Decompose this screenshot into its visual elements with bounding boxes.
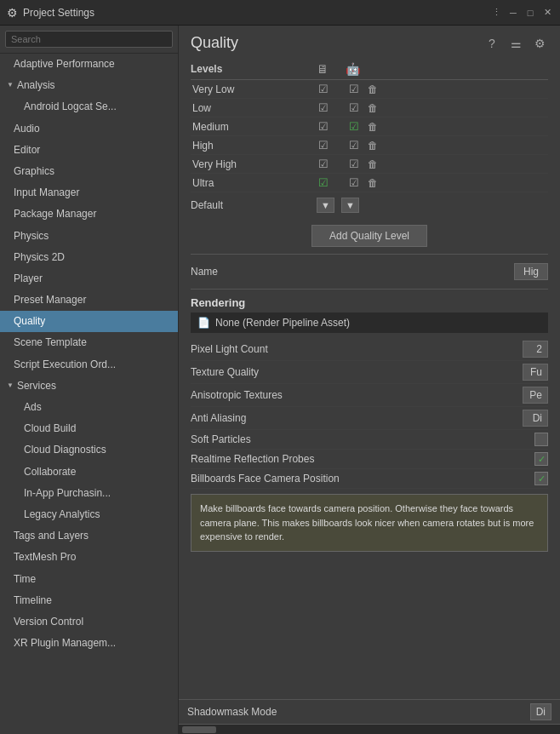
check-android-low: ☑	[347, 101, 361, 114]
prop-label-pixel-light: Pixel Light Count	[191, 343, 523, 355]
sidebar-item-physics[interactable]: Physics	[0, 226, 178, 247]
help-icon[interactable]: ?	[483, 35, 500, 52]
sidebar-item-script-execution[interactable]: Script Execution Ord...	[0, 354, 178, 376]
sidebar-search-container	[0, 26, 178, 54]
dropdown-arrow-pc: ▼	[321, 200, 330, 210]
check-android-very-low: ☑	[347, 83, 361, 95]
sidebar-item-textmesh-pro[interactable]: TextMesh Pro	[0, 547, 178, 568]
name-row: Name Hig	[191, 260, 548, 284]
quality-panel[interactable]: Levels 🖥 🤖 Very Low ☑ ☑ 🗑 Low	[179, 59, 560, 699]
check-android-very-high: ☑	[347, 158, 361, 170]
check-android-medium: ☑	[347, 120, 361, 133]
level-row-ultra[interactable]: Ultra ☑ ☑ 🗑	[191, 174, 548, 192]
sidebar-item-tags-and-layers[interactable]: Tags and Layers	[0, 525, 178, 547]
horizontal-scrollbar[interactable]	[179, 724, 560, 734]
sidebar-item-player[interactable]: Player	[0, 268, 178, 290]
sidebar-item-physics-2d[interactable]: Physics 2D	[0, 247, 178, 268]
level-row-high[interactable]: High ☑ ☑ 🗑	[191, 136, 548, 155]
delete-ultra[interactable]: 🗑	[368, 177, 378, 189]
default-dropdown-android[interactable]: ▼	[341, 198, 359, 213]
sidebar-item-cloud-diagnostics[interactable]: Cloud Diagnostics	[0, 439, 178, 461]
check-pc-medium: ☑	[317, 120, 330, 133]
sidebar-item-audio[interactable]: Audio	[0, 118, 178, 140]
default-dropdowns: ▼ ▼	[317, 198, 359, 213]
sidebar-list: Adaptive Performance ▼ Analysis Android …	[0, 54, 178, 734]
check-pc-very-low: ☑	[317, 83, 330, 95]
search-input[interactable]	[5, 31, 173, 48]
level-name-low: Low	[191, 102, 310, 114]
more-button[interactable]: ⋮	[490, 7, 502, 19]
level-row-very-low[interactable]: Very Low ☑ ☑ 🗑	[191, 80, 548, 99]
checkbox-realtime-reflection[interactable]: ✓	[534, 452, 548, 466]
sidebar-item-preset-manager[interactable]: Preset Manager	[0, 290, 178, 311]
shadowmask-label: Shadowmask Mode	[187, 706, 277, 718]
default-row: Default ▼ ▼	[191, 194, 548, 216]
titlebar: ⚙ Project Settings ⋮ ─ □ ✕	[0, 0, 560, 26]
sidebar-item-in-app-purchasing[interactable]: In-App Purchasin...	[0, 483, 178, 504]
sidebar-item-input-manager[interactable]: Input Manager	[0, 182, 178, 204]
sidebar-item-package-manager[interactable]: Package Manager	[0, 204, 178, 225]
prop-row-billboards: Billboards Face Camera Position ✓	[191, 469, 548, 489]
checkbox-soft-particles[interactable]	[534, 433, 548, 446]
minimize-button[interactable]: ─	[507, 7, 519, 19]
prop-label-anisotropic: Anisotropic Textures	[191, 389, 523, 401]
bottom-bar: Shadowmask Mode Di	[179, 699, 560, 724]
separator	[191, 254, 548, 255]
prop-label-anti-aliasing: Anti Aliasing	[191, 412, 523, 424]
sidebar-item-quality[interactable]: Quality	[0, 311, 178, 332]
level-name-high: High	[191, 140, 310, 152]
h-scroll-thumb[interactable]	[182, 726, 216, 733]
triangle-icon: ▼	[7, 80, 14, 91]
check-pc-very-high: ☑	[317, 158, 330, 170]
level-name-ultra: Ultra	[191, 177, 310, 189]
android-icon: 🤖	[346, 62, 360, 76]
sidebar-item-xr-plugin[interactable]: XR Plugin Managem...	[0, 633, 178, 654]
level-row-medium[interactable]: Medium ☑ ☑ 🗑	[191, 118, 548, 136]
level-row-low[interactable]: Low ☑ ☑ 🗑	[191, 99, 548, 118]
sidebar-item-services[interactable]: ▼ Services	[0, 376, 178, 397]
sidebar-item-version-control[interactable]: Version Control	[0, 611, 178, 633]
prop-label-soft-particles: Soft Particles	[191, 433, 534, 445]
prop-value-anti-aliasing: Di	[523, 410, 548, 427]
level-row-very-high[interactable]: Very High ☑ ☑ 🗑	[191, 155, 548, 174]
gear-icon[interactable]: ⚙	[531, 35, 548, 52]
delete-medium[interactable]: 🗑	[368, 121, 378, 133]
sliders-icon[interactable]: ⚌	[507, 35, 524, 52]
sidebar-item-legacy-analytics[interactable]: Legacy Analytics	[0, 504, 178, 525]
sidebar-item-ads[interactable]: Ads	[0, 397, 178, 418]
maximize-button[interactable]: □	[524, 7, 536, 19]
separator-2	[191, 289, 548, 290]
sidebar-item-editor[interactable]: Editor	[0, 140, 178, 161]
platform-icons: 🖥 🤖	[317, 62, 360, 76]
name-value: Hig	[514, 263, 548, 280]
delete-very-high[interactable]: 🗑	[368, 158, 378, 170]
check-pc-low: ☑	[317, 101, 330, 114]
default-dropdown-pc[interactable]: ▼	[317, 198, 334, 213]
monitor-icon: 🖥	[317, 62, 329, 76]
content-header: Quality ? ⚌ ⚙	[179, 26, 560, 59]
sidebar-item-analysis[interactable]: ▼ Analysis	[0, 75, 178, 96]
check-pc-ultra: ☑	[317, 176, 330, 189]
sidebar-item-android-logcat[interactable]: Android Logcat Se...	[0, 96, 178, 118]
sidebar-item-scene-template[interactable]: Scene Template	[0, 332, 178, 353]
checkbox-billboards[interactable]: ✓	[534, 472, 548, 485]
add-quality-level-button[interactable]: Add Quality Level	[311, 225, 427, 247]
delete-very-low[interactable]: 🗑	[368, 83, 378, 95]
delete-low[interactable]: 🗑	[368, 102, 378, 114]
sidebar-item-cloud-build[interactable]: Cloud Build	[0, 418, 178, 439]
levels-header-row: Levels 🖥 🤖	[191, 59, 548, 80]
sidebar-item-adaptive-performance[interactable]: Adaptive Performance	[0, 54, 178, 75]
rendering-title: Rendering	[191, 296, 548, 309]
check-android-ultra: ☑	[347, 176, 361, 189]
sidebar-item-graphics[interactable]: Graphics	[0, 161, 178, 182]
delete-high[interactable]: 🗑	[368, 140, 378, 152]
prop-row-pixel-light: Pixel Light Count 2	[191, 338, 548, 361]
levels-section: Levels 🖥 🤖 Very Low ☑ ☑ 🗑 Low	[191, 59, 548, 216]
sidebar-item-collaborate[interactable]: Collaborate	[0, 462, 178, 483]
sidebar-item-timeline[interactable]: Timeline	[0, 590, 178, 611]
check-android-high: ☑	[347, 139, 361, 152]
close-button[interactable]: ✕	[541, 7, 553, 19]
render-pipeline-row[interactable]: 📄 None (Render Pipeline Asset)	[191, 313, 548, 333]
sidebar-item-time[interactable]: Time	[0, 569, 178, 590]
titlebar-title: Project Settings	[23, 7, 94, 19]
